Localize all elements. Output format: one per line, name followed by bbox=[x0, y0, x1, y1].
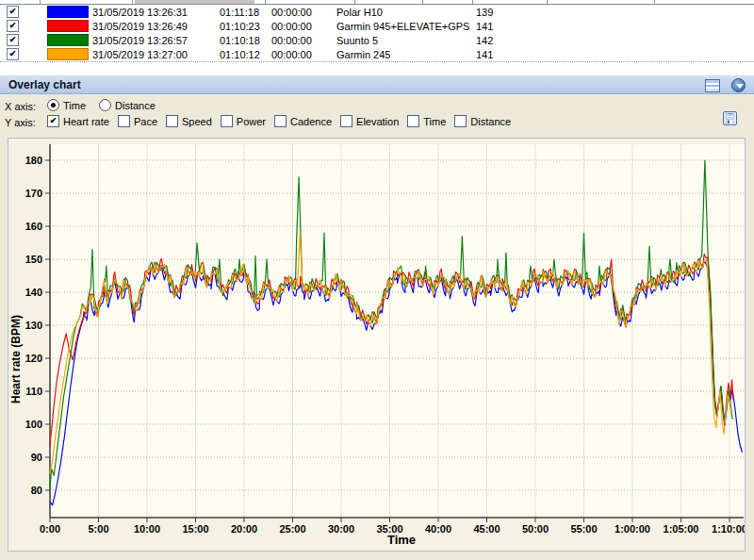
option-label: Pace bbox=[134, 116, 157, 127]
session-offset: 00:00:00 bbox=[271, 7, 312, 18]
svg-text:Heart rate (BPM): Heart rate (BPM) bbox=[9, 315, 23, 404]
x-axis-option[interactable]: Time bbox=[47, 99, 86, 111]
column-border-tick bbox=[422, 0, 423, 4]
y-axis-label: Y axis: bbox=[5, 117, 36, 128]
session-avg-hr: 139 bbox=[476, 7, 493, 18]
svg-text:100: 100 bbox=[25, 419, 42, 430]
session-device-name: Garmin 945+ELEVATE+GPS bbox=[336, 21, 469, 32]
save-chart-button[interactable] bbox=[723, 111, 737, 125]
svg-text:45:00: 45:00 bbox=[473, 523, 500, 535]
session-device-name: Polar H10 bbox=[336, 7, 383, 18]
svg-text:90: 90 bbox=[31, 452, 42, 463]
overlay-chart-header: Overlay chart bbox=[0, 74, 754, 94]
column-border-tick bbox=[132, 0, 133, 4]
column-border-tick bbox=[40, 0, 41, 4]
option-label: Elevation bbox=[356, 116, 399, 127]
session-color-swatch bbox=[47, 20, 89, 32]
option-label: Distance bbox=[470, 116, 511, 127]
column-border-tick bbox=[472, 0, 473, 4]
option-label: Speed bbox=[182, 116, 212, 127]
svg-text:80: 80 bbox=[31, 485, 42, 496]
session-device-name: Suunto 5 bbox=[336, 35, 378, 46]
svg-text:130: 130 bbox=[25, 320, 42, 331]
collapse-panel-button[interactable] bbox=[731, 78, 746, 92]
session-start-datetime: 31/05/2019 13:26:31 bbox=[92, 7, 188, 18]
svg-text:50:00: 50:00 bbox=[522, 523, 549, 535]
session-color-swatch bbox=[47, 48, 89, 60]
svg-text:30:00: 30:00 bbox=[328, 523, 354, 535]
svg-text:40:00: 40:00 bbox=[425, 523, 451, 535]
svg-text:Time: Time bbox=[387, 533, 416, 547]
session-offset: 00:00:00 bbox=[271, 49, 312, 60]
session-start-datetime: 31/05/2019 13:27:00 bbox=[92, 49, 188, 60]
svg-text:25:00: 25:00 bbox=[279, 523, 305, 535]
column-border-tick bbox=[265, 0, 266, 4]
svg-text:150: 150 bbox=[25, 254, 42, 265]
session-offset: 00:00:00 bbox=[271, 35, 312, 46]
checkbox-icon bbox=[118, 115, 130, 127]
x-axis-option[interactable]: Distance bbox=[99, 99, 156, 111]
y-axis-option[interactable]: Power bbox=[221, 115, 266, 127]
checkbox-icon bbox=[454, 115, 467, 127]
sessions-table: ✔ 31/05/2019 13:26:31 01:11:18 00:00:00 … bbox=[0, 0, 754, 74]
session-device-name: Garmin 245 bbox=[336, 49, 390, 60]
svg-text:170: 170 bbox=[25, 188, 42, 199]
option-label: Cadence bbox=[290, 116, 332, 127]
overlay-chart: 80901001101201301401501601701800:005:001… bbox=[8, 138, 746, 552]
session-duration: 01:10:18 bbox=[220, 35, 260, 46]
session-checkbox[interactable]: ✔ bbox=[7, 6, 19, 18]
y-axis-option[interactable]: Elevation bbox=[340, 115, 399, 127]
session-avg-hr: 142 bbox=[476, 35, 493, 46]
y-axis-options: ✔ Heart rate Pace Speed Power Cadence El… bbox=[47, 115, 511, 127]
checkbox-icon: ✔ bbox=[47, 115, 59, 127]
floppy-disk-icon bbox=[723, 111, 737, 125]
svg-text:110: 110 bbox=[25, 386, 42, 397]
svg-text:10:00: 10:00 bbox=[134, 523, 160, 535]
session-start-datetime: 31/05/2019 13:26:49 bbox=[92, 21, 188, 32]
table-row[interactable]: ✔ 31/05/2019 13:27:00 01:10:12 00:00:00 … bbox=[0, 47, 754, 62]
svg-text:5:00: 5:00 bbox=[88, 523, 108, 535]
option-label: Heart rate bbox=[63, 116, 109, 127]
session-color-swatch bbox=[47, 34, 89, 46]
session-checkbox[interactable]: ✔ bbox=[7, 34, 19, 46]
truncated-cell-block bbox=[135, 0, 254, 4]
option-label: Distance bbox=[115, 100, 156, 111]
session-duration: 01:10:12 bbox=[220, 49, 260, 60]
y-axis-option[interactable]: Pace bbox=[118, 115, 157, 127]
svg-text:1:10:00: 1:10:00 bbox=[712, 523, 745, 535]
y-axis-option[interactable]: Speed bbox=[166, 115, 212, 127]
column-border-tick bbox=[354, 0, 355, 4]
svg-text:55:00: 55:00 bbox=[570, 523, 597, 535]
session-duration: 01:10:23 bbox=[220, 21, 260, 32]
session-avg-hr: 141 bbox=[476, 49, 493, 60]
column-border-tick bbox=[654, 0, 655, 4]
option-label: Time bbox=[423, 116, 446, 127]
checkbox-icon bbox=[407, 115, 419, 127]
svg-text:15:00: 15:00 bbox=[182, 523, 208, 535]
y-axis-option[interactable]: Distance bbox=[454, 115, 511, 127]
table-row[interactable]: ✔ 31/05/2019 13:26:31 01:11:18 00:00:00 … bbox=[0, 5, 754, 20]
checkbox-icon bbox=[340, 115, 352, 127]
session-color-swatch bbox=[47, 6, 89, 18]
app-window: ✔ 31/05/2019 13:26:31 01:11:18 00:00:00 … bbox=[0, 0, 754, 560]
heart-rate-chart: 80901001101201301401501601701800:005:001… bbox=[8, 139, 745, 551]
y-axis-option[interactable]: ✔ Heart rate bbox=[47, 115, 109, 127]
session-checkbox[interactable]: ✔ bbox=[7, 20, 19, 32]
checkbox-icon bbox=[166, 115, 178, 127]
session-checkbox[interactable]: ✔ bbox=[7, 48, 19, 60]
option-label: Power bbox=[237, 116, 266, 127]
window-icon[interactable] bbox=[705, 79, 720, 92]
svg-text:180: 180 bbox=[25, 155, 42, 166]
radio-icon bbox=[99, 99, 111, 111]
panel-title: Overlay chart bbox=[8, 78, 81, 91]
svg-text:140: 140 bbox=[25, 287, 42, 298]
y-axis-option[interactable]: Time bbox=[407, 115, 446, 127]
option-label: Time bbox=[63, 100, 86, 111]
table-row[interactable]: ✔ 31/05/2019 13:26:57 01:10:18 00:00:00 … bbox=[0, 33, 754, 48]
column-border-tick bbox=[547, 0, 548, 4]
chevron-down-icon bbox=[736, 84, 744, 89]
svg-text:0:00: 0:00 bbox=[40, 523, 60, 535]
table-row[interactable]: ✔ 31/05/2019 13:26:49 01:10:23 00:00:00 … bbox=[0, 19, 754, 34]
y-axis-option[interactable]: Cadence bbox=[274, 115, 332, 127]
session-offset: 00:00:00 bbox=[271, 21, 312, 32]
